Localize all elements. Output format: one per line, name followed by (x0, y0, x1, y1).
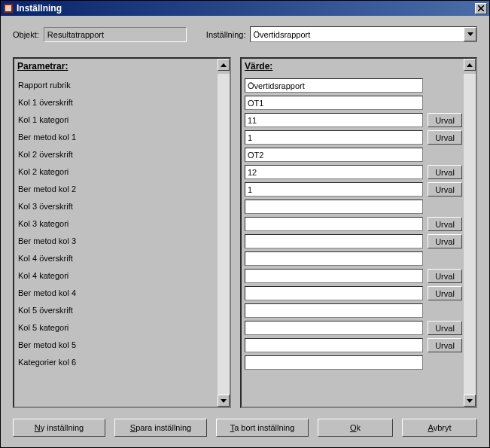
params-scrollbar[interactable] (218, 74, 230, 407)
value-row: Urval (243, 319, 464, 337)
svg-rect-1 (5, 5, 11, 11)
urval-button[interactable]: Urval (428, 165, 462, 179)
param-row[interactable]: Kol 4 kategori (16, 267, 216, 285)
top-row: Objekt: Resultatrapport Inställning: (13, 26, 477, 42)
objekt-field: Resultatrapport (44, 27, 187, 42)
values-scrollbar[interactable] (464, 74, 476, 407)
param-row[interactable]: Kol 2 överskrift (16, 146, 216, 163)
urval-button[interactable]: Urval (428, 338, 462, 352)
save-setting-button[interactable]: Spara inställning (114, 419, 207, 437)
value-input[interactable] (245, 286, 423, 300)
value-input[interactable] (245, 200, 423, 214)
params-scroll-down[interactable] (218, 395, 230, 407)
param-row[interactable]: Ber metod kol 1 (16, 129, 216, 146)
param-row[interactable]: Kol 1 överskrift (16, 94, 216, 111)
parameters-header-row: Parametrar: (14, 59, 230, 74)
close-button[interactable] (475, 3, 487, 14)
panels: Parametrar: Rapport rubrikKol 1 överskri… (13, 57, 477, 408)
chevron-down-icon (467, 399, 473, 403)
new-setting-button[interactable]: Ny inställning (13, 419, 105, 437)
value-input[interactable] (245, 355, 423, 370)
value-row: Urval (243, 285, 464, 302)
urval-button[interactable]: Urval (428, 113, 462, 127)
param-row[interactable]: Kol 1 kategori (16, 111, 216, 129)
window-title: Inställning (17, 3, 475, 14)
param-row[interactable]: Ber metod kol 4 (16, 285, 216, 302)
value-row: Urval (243, 163, 464, 181)
values-header: Värde: (242, 59, 464, 74)
cancel-button[interactable]: Avbryt (402, 419, 477, 437)
value-input[interactable] (245, 96, 423, 110)
value-input[interactable] (245, 251, 423, 266)
value-row: Urval (243, 129, 464, 146)
param-row[interactable]: Kol 5 kategori (16, 319, 216, 337)
objekt-label: Objekt: (13, 30, 39, 39)
value-row: Urval (243, 337, 464, 354)
chevron-down-icon (221, 399, 227, 403)
value-input[interactable] (245, 338, 423, 352)
title-bar: Inställning (1, 1, 489, 16)
value-input[interactable] (245, 269, 423, 283)
value-row: Urval (243, 267, 464, 285)
value-input[interactable] (245, 234, 423, 248)
urval-button[interactable]: Urval (428, 130, 462, 145)
client-area: Objekt: Resultatrapport Inställning: Par… (1, 16, 489, 447)
value-row (243, 146, 464, 163)
param-row[interactable]: Kol 5 överskrift (16, 302, 216, 319)
value-row (243, 198, 464, 215)
value-input[interactable] (245, 148, 423, 162)
value-row (243, 94, 464, 111)
delete-setting-button[interactable]: Ta bort inställning (216, 419, 309, 437)
value-input[interactable] (245, 130, 423, 145)
values-list: UrvalUrvalUrvalUrvalUrvalUrvalUrvalUrval… (242, 74, 464, 407)
param-row[interactable]: Kol 4 överskrift (16, 250, 216, 267)
param-row[interactable]: Ber metod kol 2 (16, 181, 216, 198)
param-row[interactable]: Kol 2 kategori (16, 163, 216, 181)
app-icon (3, 3, 14, 14)
installning-dropdown-button[interactable] (464, 27, 476, 41)
value-input[interactable] (245, 113, 423, 127)
values-scroll-up[interactable] (464, 59, 476, 71)
value-input[interactable] (245, 321, 423, 335)
param-row[interactable]: Ber metod kol 5 (16, 337, 216, 354)
value-input[interactable] (245, 217, 423, 231)
urval-button[interactable]: Urval (428, 321, 462, 335)
urval-button[interactable]: Urval (428, 269, 462, 283)
param-row[interactable]: Rapport rubrik (16, 77, 216, 94)
value-input[interactable] (245, 78, 423, 93)
ok-button[interactable]: Ok (318, 419, 393, 437)
value-row (243, 77, 464, 94)
installning-select[interactable] (250, 26, 477, 42)
value-input[interactable] (245, 182, 423, 197)
bottom-button-row: Ny inställning Spara inställning Ta bort… (13, 417, 477, 440)
parameters-header: Parametrar: (14, 59, 218, 74)
value-row (243, 250, 464, 267)
scroll-track[interactable] (464, 74, 476, 395)
value-row: Urval (243, 181, 464, 198)
value-input[interactable] (245, 303, 423, 318)
parameters-panel: Parametrar: Rapport rubrikKol 1 överskri… (13, 57, 231, 408)
urval-button[interactable]: Urval (428, 234, 462, 248)
value-row (243, 302, 464, 319)
value-row (243, 354, 464, 371)
param-row[interactable]: Kol 3 kategori (16, 215, 216, 233)
urval-button[interactable]: Urval (428, 286, 462, 300)
params-scroll-up[interactable] (218, 59, 230, 71)
urval-button[interactable]: Urval (428, 217, 462, 231)
param-row[interactable]: Kol 3 överskrift (16, 198, 216, 215)
installning-input[interactable] (251, 27, 464, 41)
param-row[interactable]: Kategorier kol 6 (16, 354, 216, 371)
chevron-up-icon (467, 63, 473, 67)
param-row[interactable]: Ber metod kol 3 (16, 233, 216, 250)
chevron-down-icon (467, 32, 473, 36)
value-row: Urval (243, 215, 464, 233)
settings-window: Inställning Objekt: Resultatrapport Inst… (0, 0, 490, 448)
parameters-list: Rapport rubrikKol 1 överskriftKol 1 kate… (14, 74, 218, 407)
scroll-track[interactable] (218, 74, 230, 395)
values-scroll-down[interactable] (464, 395, 476, 407)
values-header-row: Värde: (242, 59, 476, 74)
urval-button[interactable]: Urval (428, 182, 462, 197)
value-row: Urval (243, 233, 464, 250)
chevron-up-icon (221, 63, 227, 67)
value-input[interactable] (245, 165, 423, 179)
